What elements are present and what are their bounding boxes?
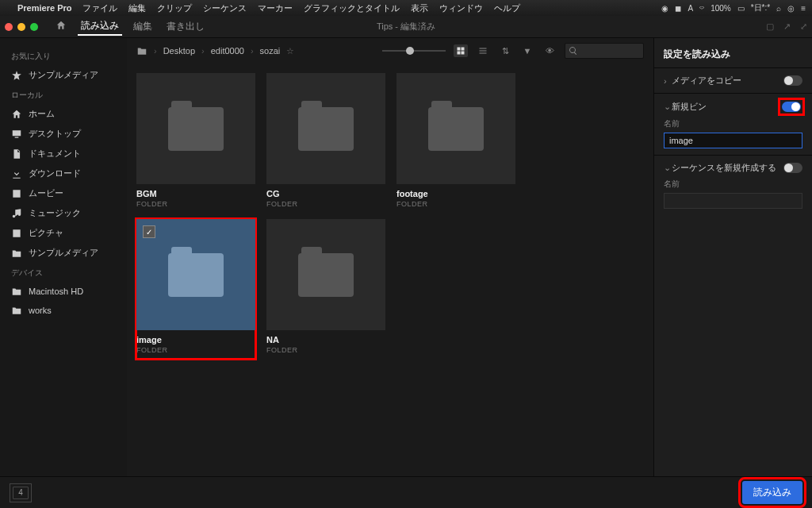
battery-icon: ▭ [737,4,745,13]
sidebar-item-macintosh-hd[interactable]: Macintosh HD [0,282,127,301]
sidebar-item-works[interactable]: works [0,301,127,320]
chevron-right-icon[interactable]: › [664,76,672,86]
chevron-down-icon[interactable]: ⌄ [664,163,672,173]
sb-header-local: ローカル [0,85,127,104]
app-toolbar: 読み込み 編集 書き出し Tips - 編集済み ▢ ↗ ⤢ [0,16,812,38]
sidebar-item-downloads[interactable]: ダウンロード [0,164,127,183]
sidebar: お気に入り サンプルメディア ローカル ホーム デスクトップ ドキュメント ダウ… [0,38,127,476]
siri-icon[interactable]: ◎ [787,4,795,13]
folder-card-image[interactable]: ✓ image FOLDER [136,219,255,359]
folder-icon [428,107,484,151]
menu-edit[interactable]: 編集 [128,2,146,14]
favorite-star-icon[interactable]: ☆ [286,46,294,56]
chevron-down-icon[interactable]: ⌄ [664,102,672,112]
bin-name-label: 名前 [664,118,802,129]
minimize-window[interactable] [17,23,25,31]
menu-sequence[interactable]: シーケンス [203,2,247,14]
folder-card-bgm[interactable]: BGM FOLDER [136,73,255,208]
project-title: Tips - 編集済み [377,21,435,33]
sidebar-item-sample-media-fav[interactable]: サンプルメディア [0,65,127,85]
app-name[interactable]: Premiere Pro [17,3,71,13]
stop-icon: ◼ [675,4,681,13]
import-queue-badge[interactable]: 4 [10,483,32,502]
sidebar-item-home[interactable]: ホーム [0,104,127,124]
crumb-desktop[interactable]: Desktop [163,46,195,56]
crumb-sozai[interactable]: sozai [260,46,281,56]
content-area: › Desktop › edit0000 › sozai ☆ ⇅ ▼ 👁 BGM… [127,38,653,476]
control-center-icon[interactable]: ≡ [801,4,806,13]
menu-file[interactable]: ファイル [82,2,117,14]
seq-name-input [664,193,802,209]
selection-checkbox[interactable]: ✓ [143,225,155,238]
folder-card-footage[interactable]: footage FOLDER [396,73,515,208]
folder-card-cg[interactable]: CG FOLDER [266,73,385,208]
menu-marker[interactable]: マーカー [258,2,293,14]
close-window[interactable] [5,23,13,31]
clock: *日*:* [751,2,770,13]
record-icon: ◉ [661,4,668,13]
settings-title: 設定を読み込み [654,44,812,67]
grid-view-button[interactable] [454,44,468,57]
folder-icon [168,107,224,151]
new-bin-toggle[interactable] [782,102,801,112]
sidebar-item-documents[interactable]: ドキュメント [0,144,127,164]
sidebar-item-sample-media[interactable]: サンプルメディア [0,243,127,263]
folder-icon [298,107,354,151]
import-settings-panel: 設定を読み込み › メディアをコピー ⌄ 新規ビン 名前 ⌄ シーケンスを新規作… [653,38,812,476]
battery-text: 100% [710,4,731,13]
input-icon: A [688,4,693,13]
folder-grid: BGM FOLDER CG FOLDER footage FOLDER ✓ im… [127,64,653,476]
sidebar-item-movies[interactable]: ムービー [0,183,127,203]
window-controls[interactable] [5,23,38,31]
seq-name-label: 名前 [664,179,802,190]
workspace-icon[interactable]: ▢ [766,21,774,32]
sidebar-item-pictures[interactable]: ピクチャ [0,223,127,243]
list-view-button[interactable] [476,44,490,57]
import-tab[interactable]: 読み込み [78,17,122,36]
sb-header-favorites: お気に入り [0,46,127,65]
new-sequence-toggle[interactable] [783,163,802,173]
wifi-icon: ⌔ [699,4,704,13]
new-bin-label: 新規ビン [672,101,707,113]
folder-icon [168,253,224,297]
sidebar-item-music[interactable]: ミュージック [0,203,127,223]
fullscreen-icon[interactable]: ⤢ [800,21,807,32]
copy-media-label: メディアをコピー [672,75,741,87]
menu-help[interactable]: ヘルプ [494,2,520,14]
macos-menubar: Premiere Pro ファイル 編集 クリップ シーケンス マーカー グラフ… [0,0,812,16]
search-icon[interactable]: ⌕ [776,4,781,13]
breadcrumb: › Desktop › edit0000 › sozai ☆ ⇅ ▼ 👁 [127,38,653,64]
menu-clip[interactable]: クリップ [157,2,192,14]
menu-view[interactable]: 表示 [411,2,428,14]
maximize-window[interactable] [30,23,38,31]
import-button[interactable]: 読み込み [742,481,802,504]
visibility-button[interactable]: 👁 [542,44,557,57]
menu-window[interactable]: ウィンドウ [439,2,483,14]
new-sequence-label: シーケンスを新規作成する [672,162,776,174]
search-input[interactable] [565,43,644,59]
bin-name-input[interactable] [664,133,802,148]
share-icon[interactable]: ↗ [783,21,791,32]
folder-card-na[interactable]: NA FOLDER [266,219,385,359]
crumb-edit0000[interactable]: edit0000 [211,46,244,56]
footer-bar: 4 読み込み [0,476,812,508]
folder-icon [136,45,147,56]
edit-tab[interactable]: 編集 [130,18,155,35]
status-tray: ◉ ◼ A ⌔ 100% ▭ *日*:* ⌕ ◎ ≡ [661,2,806,13]
sort-button[interactable]: ⇅ [498,44,512,57]
copy-media-toggle[interactable] [783,75,802,86]
export-tab[interactable]: 書き出し [163,18,208,35]
home-tab[interactable] [52,18,70,35]
sidebar-item-desktop[interactable]: デスクトップ [0,124,127,144]
filter-button[interactable]: ▼ [520,44,534,57]
folder-icon [298,253,354,297]
menu-graphics[interactable]: グラフィックとタイトル [304,2,400,14]
sb-header-devices: デバイス [0,263,127,282]
thumbnail-size-slider[interactable] [382,50,446,52]
